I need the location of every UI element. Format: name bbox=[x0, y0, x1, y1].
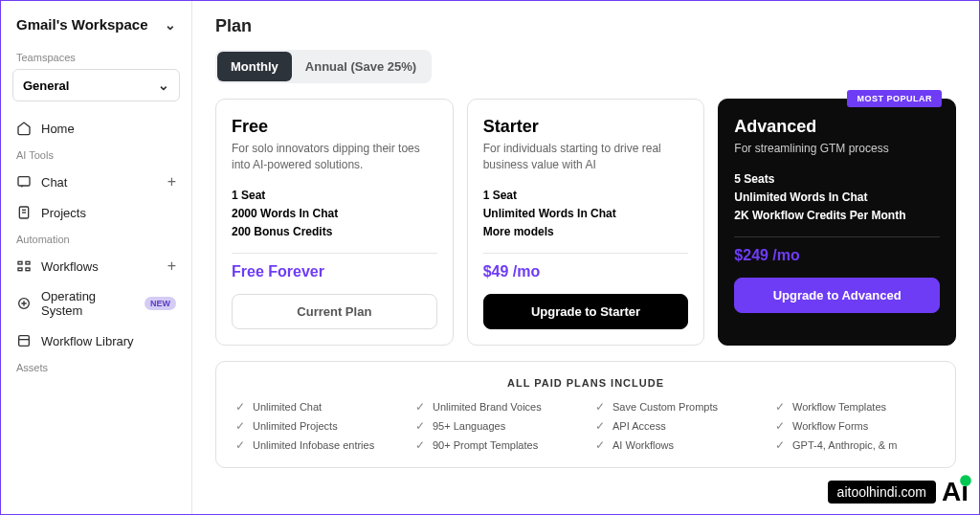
popular-badge: MOST POPULAR bbox=[847, 90, 942, 107]
divider bbox=[232, 253, 437, 254]
nav-label: Chat bbox=[41, 175, 67, 190]
nav-label: Home bbox=[41, 122, 75, 136]
feature-item: ✓Unlimited Brand Voices bbox=[415, 400, 576, 414]
plan-advanced: MOST POPULAR Advanced For streamlining G… bbox=[718, 99, 956, 346]
teamspace-selected: General bbox=[23, 78, 69, 93]
feature-item: ✓Unlimited Projects bbox=[235, 419, 396, 433]
plan-features: 1 Seat 2000 Words In Chat 200 Bonus Cred… bbox=[232, 187, 437, 242]
check-icon: ✓ bbox=[595, 438, 605, 452]
check-icon: ✓ bbox=[595, 419, 605, 433]
divider bbox=[483, 253, 689, 254]
watermark-logo: •Ai bbox=[942, 477, 969, 507]
nav-label: Workflows bbox=[41, 259, 99, 274]
plan-name: Free bbox=[232, 117, 437, 137]
feature: 5 Seats bbox=[734, 170, 940, 189]
watermark-text: aitoolhindi.com bbox=[828, 481, 936, 504]
feature: More models bbox=[483, 223, 689, 241]
section-teamspaces: Teamspaces bbox=[1, 52, 191, 69]
plan-starter: Starter For individuals starting to driv… bbox=[467, 99, 705, 346]
workspace-selector[interactable]: Gmail's Workspace ⌄ bbox=[1, 12, 191, 46]
check-icon: ✓ bbox=[415, 400, 425, 414]
nav-operating-system[interactable]: Operating System NEW bbox=[1, 281, 191, 325]
page-title: Plan bbox=[215, 16, 956, 36]
chevron-down-icon: ⌄ bbox=[165, 17, 176, 33]
check-icon: ✓ bbox=[415, 438, 425, 452]
feature-item: ✓90+ Prompt Templates bbox=[415, 438, 576, 452]
svg-rect-7 bbox=[26, 268, 30, 271]
plan-name: Starter bbox=[483, 117, 689, 137]
section-automation: Automation bbox=[1, 234, 191, 251]
cta-upgrade-advanced[interactable]: Upgrade to Advanced bbox=[734, 278, 940, 313]
check-icon: ✓ bbox=[235, 438, 245, 452]
check-icon: ✓ bbox=[595, 400, 605, 414]
feature-item: ✓API Access bbox=[595, 419, 756, 433]
feature: Unlimited Words In Chat bbox=[734, 189, 940, 207]
svg-rect-9 bbox=[19, 336, 30, 347]
plan-price: Free Forever bbox=[232, 263, 437, 280]
billing-toggle: Monthly Annual (Save 25%) bbox=[215, 50, 432, 83]
check-icon: ✓ bbox=[235, 400, 245, 414]
plus-icon[interactable]: + bbox=[167, 258, 176, 275]
feature-item: ✓Save Custom Prompts bbox=[595, 400, 756, 414]
feature: Unlimited Words In Chat bbox=[483, 205, 689, 223]
feature: 200 Bonus Credits bbox=[232, 223, 437, 241]
feature-item: ✓95+ Languages bbox=[415, 419, 576, 433]
svg-rect-4 bbox=[18, 261, 22, 264]
section-assets: Assets bbox=[1, 362, 191, 379]
os-icon bbox=[16, 296, 32, 311]
nav-projects[interactable]: Projects bbox=[1, 197, 191, 228]
feature-item: ✓Unlimited Infobase entries bbox=[235, 438, 396, 452]
chat-icon bbox=[16, 174, 32, 190]
plan-desc: For streamlining GTM process bbox=[734, 141, 940, 157]
workflows-icon bbox=[16, 258, 32, 274]
nav-home[interactable]: Home bbox=[1, 113, 191, 144]
plan-desc: For individuals starting to drive real b… bbox=[483, 141, 689, 173]
features-grid: ✓Unlimited Chat ✓Unlimited Brand Voices … bbox=[235, 400, 936, 452]
plan-features: 5 Seats Unlimited Words In Chat 2K Workf… bbox=[734, 170, 940, 226]
feature: 1 Seat bbox=[232, 187, 437, 205]
check-icon: ✓ bbox=[235, 419, 245, 433]
new-badge: NEW bbox=[145, 297, 176, 310]
svg-rect-0 bbox=[18, 177, 30, 186]
plan-name: Advanced bbox=[734, 117, 940, 137]
cta-upgrade-starter[interactable]: Upgrade to Starter bbox=[483, 294, 689, 329]
section-ai-tools: AI Tools bbox=[1, 149, 191, 167]
plus-icon[interactable]: + bbox=[167, 173, 176, 190]
plan-desc: For solo innovators dipping their toes i… bbox=[232, 141, 437, 173]
chevron-down-icon: ⌄ bbox=[158, 78, 169, 93]
divider bbox=[734, 236, 940, 237]
feature-item: ✓Unlimited Chat bbox=[235, 400, 396, 414]
nav-workflow-library[interactable]: Workflow Library bbox=[1, 325, 191, 356]
check-icon: ✓ bbox=[415, 419, 425, 433]
svg-rect-6 bbox=[18, 268, 22, 271]
plan-features: 1 Seat Unlimited Words In Chat More mode… bbox=[483, 187, 689, 242]
toggle-annual[interactable]: Annual (Save 25%) bbox=[292, 52, 430, 81]
nav-label: Workflow Library bbox=[41, 334, 134, 348]
plan-price: $249 /mo bbox=[734, 247, 940, 264]
main-content: Plan Monthly Annual (Save 25%) Free For … bbox=[192, 1, 979, 514]
features-box: ALL PAID PLANS INCLUDE ✓Unlimited Chat ✓… bbox=[215, 361, 956, 468]
check-icon: ✓ bbox=[775, 400, 785, 414]
nav-label: Projects bbox=[41, 206, 86, 220]
feature: 1 Seat bbox=[483, 187, 689, 205]
nav-workflows[interactable]: Workflows + bbox=[1, 251, 191, 281]
check-icon: ✓ bbox=[775, 419, 785, 433]
workspace-name: Gmail's Workspace bbox=[16, 16, 148, 33]
library-icon bbox=[16, 333, 32, 348]
document-icon bbox=[16, 205, 32, 220]
feature-item: ✓GPT-4, Anthropic, & m bbox=[775, 438, 936, 452]
plan-free: Free For solo innovators dipping their t… bbox=[215, 99, 454, 346]
cta-current-plan[interactable]: Current Plan bbox=[232, 294, 437, 329]
toggle-monthly[interactable]: Monthly bbox=[217, 52, 292, 81]
feature-item: ✓AI Workflows bbox=[595, 438, 756, 452]
features-title: ALL PAID PLANS INCLUDE bbox=[235, 377, 936, 389]
watermark: aitoolhindi.com •Ai bbox=[828, 477, 969, 507]
feature: 2K Workflow Credits Per Month bbox=[734, 207, 940, 225]
sidebar: Gmail's Workspace ⌄ Teamspaces General ⌄… bbox=[1, 1, 192, 514]
nav-chat[interactable]: Chat + bbox=[1, 167, 191, 197]
home-icon bbox=[16, 121, 32, 136]
svg-rect-5 bbox=[26, 261, 30, 264]
check-icon: ✓ bbox=[775, 438, 785, 452]
teamspace-dropdown[interactable]: General ⌄ bbox=[12, 69, 180, 101]
feature-item: ✓Workflow Templates bbox=[775, 400, 936, 414]
